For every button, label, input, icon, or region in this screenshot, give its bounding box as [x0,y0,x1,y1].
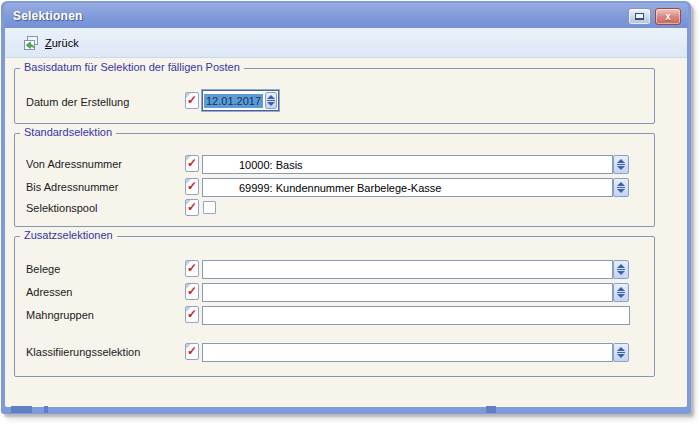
check-icon: ✓ [187,201,197,214]
selektionspool-checkbox[interactable] [203,201,216,214]
von-adressnummer-spinner[interactable] [613,155,629,174]
back-button-label: Zurück [45,37,79,49]
spinner-down-icon [267,102,275,106]
back-button[interactable]: Zurück [19,33,83,53]
window-title: Selektionen [13,9,83,23]
check-icon: ✓ [187,157,197,170]
adressen-field[interactable] [202,283,613,302]
window-body: Zurück Basisdatum für Selektion der fäll… [5,28,687,407]
spinner-bar [617,187,625,188]
mahngruppen-field[interactable] [202,306,630,325]
bis-adressnummer-spinner[interactable] [613,178,629,197]
spinner-bar [617,292,625,293]
label-selektionspool: Selektionspool [26,202,98,214]
spinner-bar [267,100,275,101]
label-mahngruppen: Mahngruppen [26,309,94,321]
mahngruppen-selection-toggle[interactable]: ✓ [185,306,199,323]
klassifiierungsselektion-selection-toggle[interactable]: ✓ [185,343,199,360]
bis-adressnummer-value: 69999: Kundennummer Barbelege-Kasse [203,182,441,194]
von-adressnummer-value: 10000: Basis [203,159,303,171]
check-icon: ✓ [187,262,197,275]
check-icon: ✓ [187,308,197,321]
check-icon: ✓ [187,345,197,358]
titlebar[interactable]: Selektionen x [4,3,688,28]
label-klassifiierungsselektion: Klassifiierungsselektion [26,346,140,358]
spinner-up-icon [267,95,275,99]
bis-adressnummer-selection-toggle[interactable]: ✓ [185,178,199,195]
toolbar: Zurück [5,28,687,58]
minimize-button[interactable] [628,8,651,25]
group-standardselektion-legend: Standardselektion [20,126,116,138]
label-belege: Belege [26,263,60,275]
window-edge-notch [44,406,48,413]
adressen-spinner[interactable] [613,283,629,302]
window-edge-notch [11,406,32,413]
spinner-up-icon [617,347,625,351]
check-icon: ✓ [187,94,197,107]
selektionspool-selection-toggle[interactable]: ✓ [185,199,199,216]
datum-selection-toggle[interactable]: ✓ [185,92,199,109]
label-von-adressnummer: Von Adressnummer [26,158,122,170]
spinner-down-icon [617,294,625,298]
adressen-selection-toggle[interactable]: ✓ [185,283,199,300]
label-bis-adressnummer: Bis Adressnummer [26,181,118,193]
spinner-up-icon [617,159,625,163]
bis-adressnummer-field[interactable]: 69999: Kundennummer Barbelege-Kasse [202,178,613,197]
date-spinner[interactable] [265,92,277,109]
datum-der-erstellung-field[interactable]: 12.01.2017 [202,90,279,111]
close-icon: x [665,11,671,22]
spinner-bar [617,269,625,270]
klassifiierungsselektion-spinner[interactable] [613,343,629,362]
spinner-bar [617,164,625,165]
spinner-down-icon [617,166,625,170]
minimize-icon [635,13,644,20]
spinner-down-icon [617,354,625,358]
belege-field[interactable] [202,260,613,279]
spinner-bar [617,352,625,353]
belege-selection-toggle[interactable]: ✓ [185,260,199,277]
belege-spinner[interactable] [613,260,629,279]
check-icon: ✓ [187,180,197,193]
spinner-down-icon [617,189,625,193]
titlebar-buttons: x [628,8,681,25]
label-datum-der-erstellung: Datum der Erstellung [26,96,129,108]
back-icon [23,35,39,51]
window-edge-notch [486,406,496,413]
selektionen-window: Selektionen x [1,1,691,414]
klassifiierungsselektion-field[interactable] [202,343,613,362]
date-text[interactable]: 12.01.2017 [204,92,263,109]
label-adressen: Adressen [26,286,72,298]
spinner-up-icon [617,182,625,186]
von-adressnummer-selection-toggle[interactable]: ✓ [185,155,199,172]
date-selected-value: 12.01.2017 [204,94,263,108]
check-icon: ✓ [187,285,197,298]
spinner-up-icon [617,287,625,291]
screen: Selektionen x [0,0,699,425]
close-button[interactable]: x [655,8,681,25]
von-adressnummer-field[interactable]: 10000: Basis [202,155,613,174]
group-basisdatum-legend: Basisdatum für Selektion der fälligen Po… [20,61,244,73]
spinner-up-icon [617,264,625,268]
content: Basisdatum für Selektion der fälligen Po… [5,59,687,407]
spinner-down-icon [617,271,625,275]
group-zusatzselektionen-legend: Zusatzselektionen [20,229,117,241]
